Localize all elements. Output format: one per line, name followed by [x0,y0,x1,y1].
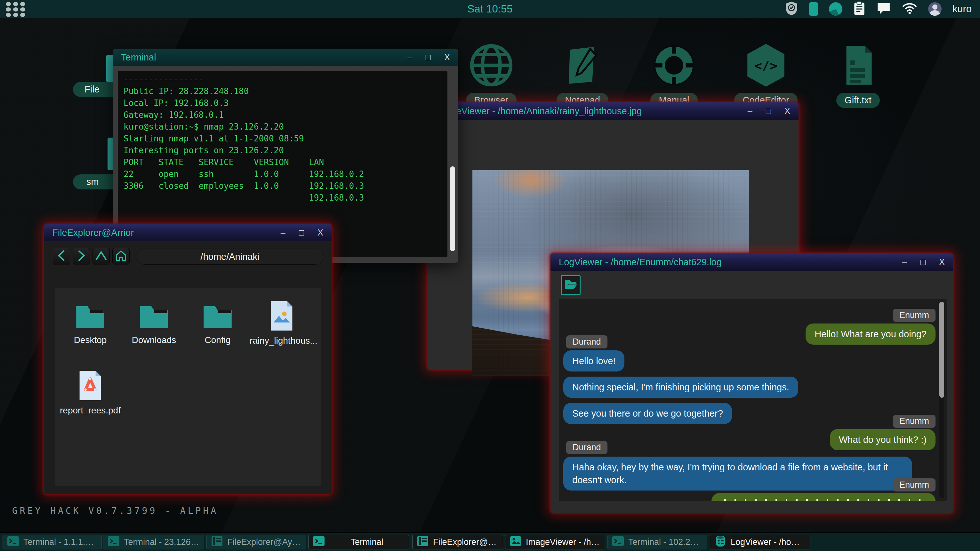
chat-log[interactable]: Enumm Hello! What are you doing? Durand … [559,299,947,501]
folder-icon [58,303,122,330]
window-title: FileExplorer@Arrior [52,227,134,238]
home-button[interactable] [112,248,130,265]
close-button[interactable]: X [444,49,450,66]
desktop-icon-browser[interactable]: Browser [453,41,530,108]
maximize-button[interactable]: □ [299,224,304,241]
chat-sender-badge: Durand [566,335,608,348]
scrollbar-thumb[interactable] [450,167,455,251]
chat-icon[interactable] [876,2,891,16]
terminal-icon [7,535,19,549]
top-status-bar: Sat 10:55 kuro [0,0,980,18]
notepad-icon [544,41,621,90]
chat-scrollbar[interactable] [939,302,944,498]
forward-button[interactable] [73,248,90,265]
fileexplorer-window: FileExplorer@Arrior – □ X /home/Aninaki … [44,224,332,494]
svg-text:</>: </> [754,58,777,73]
clipboard-icon[interactable] [853,1,865,17]
text-file-icon [820,41,896,90]
file-item-report-pdf[interactable]: report_rees.pdf [58,370,122,416]
app-launcher-icon[interactable] [6,2,26,16]
image-file-icon [250,300,313,331]
desktop-background: Browser Notepad Manual </> CodeEditor Gi… [0,0,980,551]
terminal-titlebar[interactable]: Terminal – □ X [113,49,458,66]
chat-bubble: Haha okay, hey by the way, I'm trying to… [563,457,912,491]
address-bar[interactable]: /home/Aninaki [137,249,323,265]
chat-sender-badge: Enumm [893,309,935,322]
file-item-config[interactable]: Config [186,303,250,345]
window-title: LogViewer - /home/Enumm/chat629.log [559,257,722,267]
shield-icon[interactable] [785,1,798,17]
file-item-rainy-lighthouse[interactable]: rainy_lighthous... [250,300,313,346]
folder-icon [186,303,250,330]
clipped-text-fragment [724,499,924,501]
maximize-button[interactable]: □ [921,253,926,271]
window-title: ImageViewer - /home/Aninaki/rainy_lighth… [436,106,642,116]
chat-sender-badge: Enumm [893,478,935,491]
taskbar: Terminal - 1.1.1.1@Ar... Terminal - 23.1… [0,532,980,551]
desktop-icon-label: Gift.txt [836,93,880,108]
chevron-left-icon [56,249,67,264]
wifi-icon[interactable] [902,2,917,16]
desktop-icon-label: File [73,82,119,97]
maximize-button[interactable]: □ [766,102,771,120]
log-viewer-icon [714,535,727,549]
chat-bubble: Hello love! [563,350,624,372]
file-item-desktop[interactable]: Desktop [58,303,122,345]
close-button[interactable]: X [939,253,945,271]
taskbar-item-terminal-local[interactable]: Terminal [308,535,409,549]
chat-bubble: See you there or do we go together? [563,403,732,424]
imageviewer-titlebar[interactable]: ImageViewer - /home/Aninaki/rainy_lighth… [427,102,799,120]
logviewer-window: LogViewer - /home/Enumm/chat629.log – □ … [550,253,953,513]
minimize-button[interactable]: – [407,49,412,66]
code-hexagon-icon: </> [727,41,804,90]
chat-bubble: Nothing special, I'm finishing picking u… [563,376,798,398]
taskbar-item-fileexplorer-ayer[interactable]: FileExplorer@Ayer... [207,535,306,549]
fileexplorer-titlebar[interactable]: FileExplorer@Arrior – □ X [44,224,332,241]
minimize-button[interactable]: – [902,253,907,271]
desktop-icon-notepad[interactable]: Notepad [544,41,621,108]
open-file-button[interactable] [561,275,581,295]
desktop-icon-manual[interactable]: Manual [636,41,713,108]
chat-sender-badge: Durand [566,441,608,454]
folder-icon [122,303,186,330]
lifebuoy-icon [636,41,713,90]
taskbar-item-logviewer[interactable]: LogViewer - /home... [710,535,810,549]
file-item-downloads[interactable]: Downloads [122,303,186,345]
taskbar-item-terminal-23126[interactable]: Terminal - 23.126.2.2... [103,535,204,549]
terminal-icon [312,535,325,549]
terminal-icon [107,535,120,549]
file-list[interactable]: Desktop Downloads Config rainy_lighthous… [55,287,321,486]
chat-bubble: Hello! What are you doing? [806,324,935,345]
pdf-file-icon [58,370,122,401]
chevron-right-icon [76,249,87,264]
battery-icon[interactable] [809,2,818,16]
folder-open-icon [563,278,578,292]
minimize-button[interactable]: – [281,224,285,241]
maximize-button[interactable]: □ [426,49,431,66]
taskbar-item-fileexplorer-arrior[interactable]: FileExplorer@Arrior [412,535,503,549]
chevron-up-icon [95,250,108,263]
close-button[interactable]: X [784,102,790,120]
desktop-icon-codeeditor[interactable]: </> CodeEditor [727,41,804,108]
taskbar-item-terminal-1111[interactable]: Terminal - 1.1.1.1@Ar... [3,535,102,549]
globe-icon [453,41,530,90]
avatar-icon[interactable] [928,2,942,16]
close-button[interactable]: X [318,224,323,241]
up-button[interactable] [92,248,110,265]
home-icon [115,249,127,264]
taskbar-item-terminal-102207[interactable]: Terminal - 102.207.2... [608,535,707,549]
taskbar-item-imageviewer[interactable]: ImageViewer - /ho... [505,535,604,549]
desktop-icon-gift-txt[interactable]: Gift.txt [820,41,896,108]
file-explorer-icon [211,535,223,549]
disk-usage-icon[interactable] [829,2,842,16]
chat-sender-badge: Enumm [893,415,935,428]
terminal-scrollbar[interactable] [450,92,455,254]
chat-bubble: What do you think? :) [830,429,935,450]
clock: Sat 10:55 [467,3,512,15]
back-button[interactable] [53,248,70,265]
logviewer-titlebar[interactable]: LogViewer - /home/Enumm/chat629.log – □ … [550,253,953,271]
scrollbar-thumb[interactable] [939,302,944,398]
file-explorer-icon [417,535,429,549]
minimize-button[interactable]: – [748,102,752,120]
username[interactable]: kuro [953,3,972,15]
